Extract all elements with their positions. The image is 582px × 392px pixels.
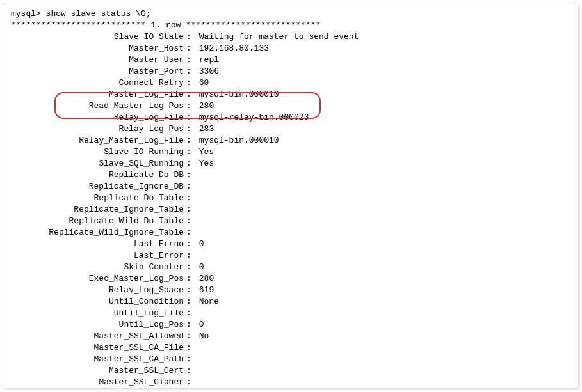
field-separator: :: [184, 43, 194, 54]
field-separator: :: [184, 285, 194, 296]
status-row: Read_Master_Log_Pos: 280: [11, 100, 571, 112]
status-row: Until_Log_Pos: 0: [11, 319, 571, 331]
field-value: No: [194, 331, 209, 342]
status-row: Last_Errno: 0: [11, 239, 571, 250]
field-separator: :: [184, 342, 194, 354]
field-label: Master_SSL_Cipher: [11, 377, 184, 388]
field-value: mysql-bin.000010: [194, 89, 279, 100]
status-row: Replicate_Wild_Ignore_Table:: [11, 227, 571, 239]
field-label: Replicate_Wild_Ignore_Table: [11, 227, 184, 239]
field-label: Replicate_Do_Table: [11, 192, 184, 204]
field-value: 192.168.80.133: [194, 43, 269, 54]
status-row: Relay_Log_Space: 619: [11, 285, 571, 296]
field-separator: :: [184, 377, 194, 388]
terminal-output: mysql> show slave status \G; ***********…: [4, 4, 578, 388]
field-separator: :: [184, 319, 194, 331]
field-label: Connect_Retry: [11, 77, 184, 89]
field-label: Master_SSL_Allowed: [11, 331, 184, 342]
field-value: repl: [194, 54, 219, 66]
field-label: Until_Log_File: [11, 308, 184, 319]
field-value: [194, 365, 199, 377]
field-separator: :: [184, 146, 194, 158]
status-row: Master_SSL_Allowed: No: [11, 331, 571, 342]
field-label: Replicate_Do_DB: [11, 169, 184, 181]
field-value: 0: [194, 262, 204, 273]
status-row: Relay_Master_Log_File: mysql-bin.000010: [11, 135, 571, 146]
status-row: Slave_IO_Running: Yes: [11, 146, 571, 158]
field-label: Master_Log_File: [11, 89, 184, 100]
field-value: 3306: [194, 66, 219, 77]
status-row: Master_Host: 192.168.80.133: [11, 43, 571, 54]
field-separator: :: [184, 216, 194, 227]
field-value: [194, 377, 199, 388]
status-row: Replicate_Ignore_Table:: [11, 204, 571, 216]
field-label: Relay_Master_Log_File: [11, 135, 184, 146]
field-label: Master_SSL_CA_File: [11, 342, 184, 354]
field-separator: :: [184, 227, 194, 239]
status-row: Master_Log_File: mysql-bin.000010: [11, 89, 571, 100]
field-separator: :: [184, 31, 194, 43]
status-rows: Slave_IO_State: Waiting for master to se…: [11, 31, 571, 388]
status-row: Master_SSL_Cert:: [11, 365, 571, 377]
field-separator: :: [184, 169, 194, 181]
field-separator: :: [184, 354, 194, 365]
mysql-prompt-line: mysql> show slave status \G;: [11, 8, 571, 20]
field-separator: :: [184, 158, 194, 169]
field-label: Skip_Counter: [11, 262, 184, 273]
field-label: Master_Port: [11, 66, 184, 77]
field-separator: :: [184, 239, 194, 250]
field-label: Master_User: [11, 54, 184, 66]
field-label: Relay_Log_Space: [11, 285, 184, 296]
field-value: Waiting for master to send event: [194, 31, 359, 43]
status-row: Replicate_Do_DB:: [11, 169, 571, 181]
field-label: Exec_Master_Log_Pos: [11, 273, 184, 285]
field-value: [194, 227, 199, 239]
field-separator: :: [184, 181, 194, 192]
field-value: 60: [194, 77, 209, 89]
field-separator: :: [184, 192, 194, 204]
field-separator: :: [184, 89, 194, 100]
status-row: Relay_Log_File: mysql-relay-bin.000023: [11, 112, 571, 123]
status-row: Exec_Master_Log_Pos: 280: [11, 273, 571, 285]
status-row: Slave_SQL_Running: Yes: [11, 158, 571, 169]
field-value: 280: [194, 273, 214, 285]
field-label: Master_SSL_Cert: [11, 365, 184, 377]
field-value: [194, 169, 199, 181]
status-row: Replicate_Do_Table:: [11, 192, 571, 204]
field-label: Last_Errno: [11, 239, 184, 250]
field-value: 0: [194, 319, 204, 331]
field-value: [194, 192, 199, 204]
field-value: 0: [194, 239, 204, 250]
status-row: Until_Condition: None: [11, 296, 571, 308]
field-label: Slave_IO_State: [11, 31, 184, 43]
field-label: Master_Host: [11, 43, 184, 54]
field-separator: :: [184, 135, 194, 146]
field-value: [194, 308, 199, 319]
field-label: Until_Log_Pos: [11, 319, 184, 331]
field-label: Last_Error: [11, 250, 184, 262]
status-row: Relay_Log_Pos: 283: [11, 123, 571, 135]
field-label: Slave_SQL_Running: [11, 158, 184, 169]
field-value: 283: [194, 123, 214, 135]
field-value: Yes: [194, 146, 214, 158]
field-label: Read_Master_Log_Pos: [11, 100, 184, 112]
field-value: [194, 204, 199, 216]
field-value: mysql-relay-bin.000023: [194, 112, 309, 123]
status-row: Master_SSL_CA_File:: [11, 342, 571, 354]
field-value: None: [194, 296, 219, 308]
field-label: Relay_Log_File: [11, 112, 184, 123]
field-separator: :: [184, 262, 194, 273]
field-separator: :: [184, 123, 194, 135]
field-separator: :: [184, 296, 194, 308]
field-separator: :: [184, 365, 194, 377]
field-label: Until_Condition: [11, 296, 184, 308]
status-row: Master_User: repl: [11, 54, 571, 66]
status-row: Replicate_Wild_Do_Table:: [11, 216, 571, 227]
field-value: [194, 216, 199, 227]
field-separator: :: [184, 331, 194, 342]
field-label: Slave_IO_Running: [11, 146, 184, 158]
field-separator: :: [184, 100, 194, 112]
field-separator: :: [184, 54, 194, 66]
field-separator: :: [184, 66, 194, 77]
status-row: Master_SSL_Cipher:: [11, 377, 571, 388]
